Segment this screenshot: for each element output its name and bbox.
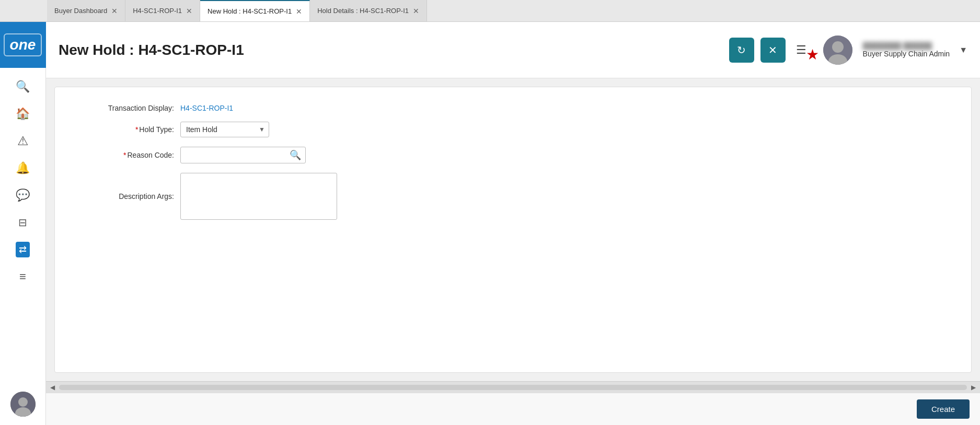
tab-h4-sc1-rop-i1[interactable]: H4-SC1-ROP-I1 ✕ [125,0,200,21]
description-args-row: Description Args: [76,173,950,220]
content-area: New Hold : H4-SC1-ROP-I1 ↻ ✕ ☰ ★ [46,22,980,425]
tab-label: Hold Details : H4-SC1-ROP-I1 [317,7,409,15]
bell-icon: 🔔 [16,161,30,175]
user-role: Buyer Supply Chain Admin [863,50,950,58]
tab-bar: Buyer Dashboard ✕ H4-SC1-ROP-I1 ✕ New Ho… [0,0,980,22]
sidebar-icon-menu[interactable]: ≡ [8,264,38,289]
header-actions: ↻ ✕ ☰ ★ ████████ ██████ [729,36,967,65]
close-icon: ✕ [768,44,777,56]
sidebar-icon-transfer[interactable]: ⇄ [8,237,38,262]
tab-label: H4-SC1-ROP-I1 [133,7,182,15]
tab-close-hold-details[interactable]: ✕ [413,7,419,15]
hold-type-label: *Hold Type: [76,125,180,134]
search-icon: 🔍 [16,80,30,93]
refresh-button[interactable]: ↻ [729,38,754,63]
transaction-display-value[interactable]: H4-SC1-ROP-I1 [180,104,233,112]
form-card: Transaction Display: H4-SC1-ROP-I1 *Hold… [54,87,972,373]
svg-point-1 [18,397,28,407]
user-avatar[interactable] [823,36,852,65]
page-title: New Hold : H4-SC1-ROP-I1 [59,42,729,58]
app-container: one 🔍 🏠 ⚠ 🔔 💬 ⊟ ⇄ [0,22,980,425]
create-button[interactable]: Create [917,399,970,419]
tab-close-new-hold[interactable]: ✕ [296,8,302,15]
user-dropdown-arrow[interactable]: ▼ [959,45,967,55]
reason-code-required-marker: * [123,151,126,159]
sidebar-icon-layers[interactable]: ⊟ [8,210,38,235]
logo-box[interactable]: one [0,22,46,68]
sidebar-icon-bell[interactable]: 🔔 [8,156,38,181]
scroll-right-arrow[interactable]: ▶ [969,384,978,391]
hold-type-required-marker: * [135,125,138,134]
tab-close-h4[interactable]: ✕ [186,7,192,15]
tab-hold-details[interactable]: Hold Details : H4-SC1-ROP-I1 ✕ [310,0,427,21]
footer: Create [46,393,980,425]
search-magnifier-icon: 🔍 [290,150,301,160]
main-panel: Transaction Display: H4-SC1-ROP-I1 *Hold… [46,78,980,381]
avatar-image [10,392,36,417]
logo-text: one [4,33,42,56]
hold-type-row: *Hold Type: Item Hold Order Hold ▼ [76,122,950,137]
tab-label: New Hold : H4-SC1-ROP-I1 [207,7,292,15]
home-icon: 🏠 [16,107,30,121]
chat-icon: 💬 [16,188,30,202]
sidebar-icon-chat[interactable]: 💬 [8,183,38,208]
menu-icon: ≡ [19,270,26,284]
reason-code-search-button[interactable]: 🔍 [285,147,305,163]
sidebar-avatar[interactable] [10,392,36,417]
hold-type-select[interactable]: Item Hold Order Hold [180,122,269,137]
sidebar-nav: 🔍 🏠 ⚠ 🔔 💬 ⊟ ⇄ ≡ [8,68,38,392]
hold-type-select-wrapper: Item Hold Order Hold ▼ [180,122,269,137]
close-button[interactable]: ✕ [760,38,786,63]
scroll-left-arrow[interactable]: ◀ [48,384,57,391]
transfer-icon: ⇄ [16,242,30,257]
svg-point-4 [832,41,844,53]
tab-close-buyer-dashboard[interactable]: ✕ [111,7,118,15]
transaction-display-row: Transaction Display: H4-SC1-ROP-I1 [76,104,950,112]
reason-code-input-wrapper: 🔍 [180,147,306,163]
user-name-blurred: ████████ ██████ [863,42,950,50]
reason-code-input[interactable] [181,148,285,162]
scroll-track[interactable] [59,385,967,390]
sidebar-icon-alert[interactable]: ⚠ [8,128,38,154]
description-args-label: Description Args: [76,192,180,200]
horizontal-scrollbar[interactable]: ◀ ▶ [46,381,980,393]
user-info: ████████ ██████ Buyer Supply Chain Admin [863,42,950,58]
sidebar-icon-home[interactable]: 🏠 [8,101,38,126]
sidebar-bottom [10,392,36,425]
refresh-icon: ↻ [737,44,746,56]
description-args-textarea[interactable] [180,173,337,220]
alert-icon: ⚠ [17,134,29,148]
reason-code-label: *Reason Code: [76,151,180,159]
tab-buyer-dashboard[interactable]: Buyer Dashboard ✕ [47,0,125,21]
tab-new-hold[interactable]: New Hold : H4-SC1-ROP-I1 ✕ [200,0,310,21]
transaction-display-label: Transaction Display: [76,104,180,112]
sidebar-icon-search[interactable]: 🔍 [8,74,38,99]
tab-label: Buyer Dashboard [54,7,107,15]
user-avatar-image [823,36,852,65]
header: New Hold : H4-SC1-ROP-I1 ↻ ✕ ☰ ★ [46,22,980,78]
reason-code-row: *Reason Code: 🔍 [76,147,950,163]
sidebar: one 🔍 🏠 ⚠ 🔔 💬 ⊟ ⇄ [0,22,46,425]
layers-icon: ⊟ [18,216,27,229]
star-notification-icon[interactable]: ★ [806,46,819,63]
